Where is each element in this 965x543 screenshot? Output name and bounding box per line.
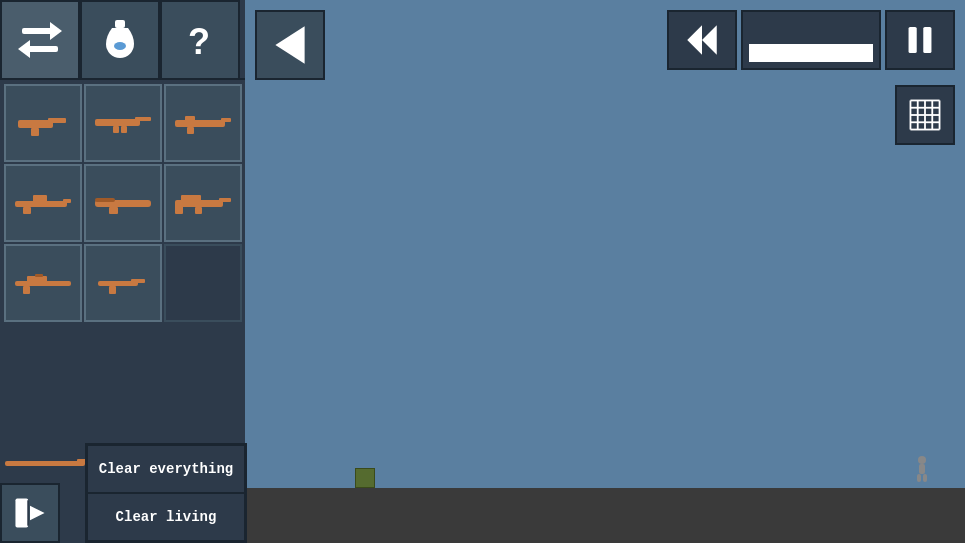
svg-marker-44 bbox=[702, 25, 717, 54]
svg-rect-28 bbox=[181, 195, 201, 201]
svg-rect-8 bbox=[48, 118, 66, 123]
grid-icon bbox=[905, 95, 945, 135]
weapon-cell-2[interactable] bbox=[84, 84, 162, 162]
top-controls bbox=[667, 10, 955, 70]
svg-rect-36 bbox=[109, 286, 116, 294]
svg-rect-60 bbox=[923, 474, 927, 482]
svg-rect-4 bbox=[115, 20, 125, 28]
svg-rect-11 bbox=[135, 117, 151, 121]
swap-icon bbox=[18, 18, 62, 62]
bottom-area: Clear everything Clear living bbox=[0, 483, 245, 543]
svg-rect-46 bbox=[923, 27, 931, 53]
rewind-button[interactable] bbox=[667, 10, 737, 70]
progress-bar-container bbox=[741, 10, 881, 70]
swap-button[interactable] bbox=[0, 0, 80, 80]
svg-rect-13 bbox=[121, 126, 127, 133]
pistol-icon bbox=[13, 108, 73, 138]
svg-rect-20 bbox=[23, 207, 31, 214]
progress-bar-fill bbox=[749, 44, 873, 62]
exit-icon bbox=[10, 493, 50, 533]
back-arrow-icon bbox=[267, 22, 313, 68]
svg-rect-14 bbox=[175, 120, 225, 127]
svg-rect-26 bbox=[219, 198, 231, 202]
pause-icon bbox=[902, 22, 938, 58]
pistol2-icon bbox=[93, 268, 153, 298]
svg-rect-17 bbox=[185, 116, 195, 121]
progress-bar-track bbox=[749, 44, 873, 62]
svg-marker-42 bbox=[275, 26, 304, 64]
sidebar: ? bbox=[0, 0, 245, 543]
weapon-cell-3[interactable] bbox=[164, 84, 242, 162]
svg-marker-40 bbox=[30, 506, 45, 521]
svg-rect-27 bbox=[195, 207, 202, 214]
svg-rect-21 bbox=[33, 195, 47, 202]
svg-rect-37 bbox=[5, 461, 85, 466]
svg-rect-7 bbox=[18, 120, 53, 128]
svg-rect-12 bbox=[113, 126, 119, 133]
svg-rect-19 bbox=[63, 199, 71, 203]
smg-icon bbox=[93, 108, 153, 138]
weapon-cell-4[interactable] bbox=[4, 164, 82, 242]
svg-rect-45 bbox=[909, 27, 917, 53]
svg-rect-39 bbox=[15, 498, 28, 527]
svg-marker-43 bbox=[687, 25, 702, 54]
machinegun-icon bbox=[13, 188, 73, 218]
npc-icon bbox=[914, 455, 930, 483]
shotgun-icon bbox=[93, 188, 153, 218]
svg-rect-15 bbox=[221, 118, 231, 122]
clear-everything-button[interactable]: Clear everything bbox=[87, 445, 245, 493]
exit-button[interactable] bbox=[0, 483, 60, 543]
weapon-cell-9[interactable] bbox=[164, 244, 242, 322]
weapon-cell-7[interactable] bbox=[4, 244, 82, 322]
context-menu: Clear everything Clear living bbox=[85, 443, 247, 543]
help-button[interactable]: ? bbox=[160, 0, 240, 80]
svg-marker-3 bbox=[18, 40, 30, 58]
help-icon: ? bbox=[178, 18, 222, 62]
main-container: ? bbox=[0, 0, 965, 543]
assault-rifle-icon bbox=[173, 188, 233, 218]
player-character bbox=[355, 468, 375, 488]
svg-point-5 bbox=[114, 42, 126, 50]
ground bbox=[245, 488, 965, 543]
svg-rect-29 bbox=[175, 202, 183, 214]
back-button[interactable] bbox=[255, 10, 325, 80]
weapon-cell-6[interactable] bbox=[164, 164, 242, 242]
toolbar-row: ? bbox=[0, 0, 245, 80]
grid-toggle-button[interactable] bbox=[895, 85, 955, 145]
pause-button[interactable] bbox=[885, 10, 955, 70]
weapon-cell-1[interactable] bbox=[4, 84, 82, 162]
svg-point-57 bbox=[918, 456, 926, 464]
weapon-cell-8[interactable] bbox=[84, 244, 162, 322]
svg-rect-58 bbox=[919, 464, 925, 474]
svg-rect-33 bbox=[35, 274, 43, 277]
game-area bbox=[245, 0, 965, 543]
svg-rect-23 bbox=[95, 198, 115, 202]
svg-rect-59 bbox=[917, 474, 921, 482]
clear-living-button[interactable]: Clear living bbox=[87, 493, 245, 541]
svg-rect-24 bbox=[109, 207, 118, 214]
svg-text:?: ? bbox=[188, 21, 210, 62]
weapon-cell-5[interactable] bbox=[84, 164, 162, 242]
item-button[interactable] bbox=[80, 0, 160, 80]
tiny-person bbox=[914, 455, 930, 488]
svg-rect-9 bbox=[31, 128, 39, 136]
svg-rect-35 bbox=[131, 279, 145, 283]
sniper-icon bbox=[13, 268, 73, 298]
rifle-icon bbox=[173, 108, 233, 138]
svg-marker-1 bbox=[50, 22, 62, 40]
svg-rect-10 bbox=[95, 119, 140, 126]
potion-icon bbox=[98, 18, 142, 62]
svg-rect-16 bbox=[187, 127, 194, 134]
svg-rect-32 bbox=[23, 286, 30, 294]
rewind-icon bbox=[684, 22, 720, 58]
